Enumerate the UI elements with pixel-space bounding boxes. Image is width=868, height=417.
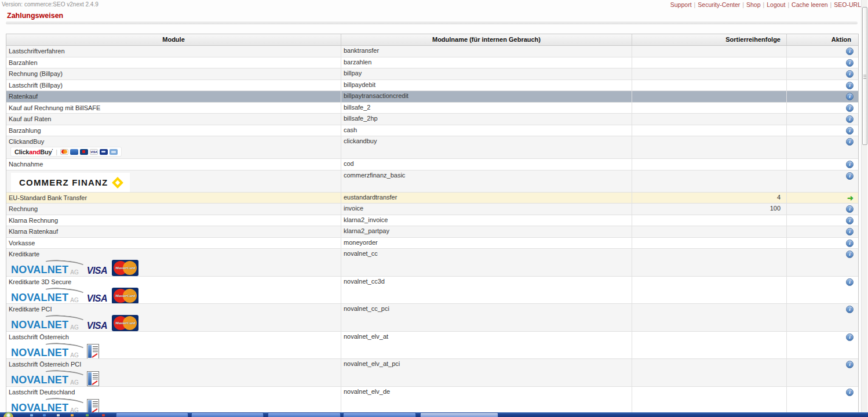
info-icon[interactable]: i — [846, 59, 854, 67]
table-row[interactable]: Lastschrift Österreich NOVALNETAG novaln… — [6, 332, 858, 360]
info-icon[interactable]: i — [846, 205, 854, 213]
novalnet-logo: NOVALNETAG — [11, 264, 82, 276]
info-icon[interactable]: i — [846, 306, 854, 313]
table-row[interactable]: Nachnahme cod i — [6, 159, 858, 171]
internal-name-cell: novalnet_cc3d — [341, 277, 632, 304]
quick-launch-icon[interactable] — [43, 414, 46, 416]
table-row[interactable]: EU-Standard Bank Transfer eustandardtran… — [6, 193, 858, 204]
info-icon[interactable]: i — [846, 48, 854, 55]
quick-launch-icon[interactable] — [71, 414, 74, 416]
info-icon[interactable]: i — [846, 240, 854, 247]
sort-order-cell — [632, 114, 787, 125]
internal-name-cell: klarna2_partpay — [341, 226, 632, 237]
card-chip-maestro-icon — [100, 149, 108, 155]
top-nav-link[interactable]: Security-Center — [698, 1, 740, 8]
payment-methods-table: Module Modulname (für internen Gebrauch)… — [6, 34, 859, 413]
quick-launch-icon[interactable] — [57, 414, 60, 416]
module-label: Ratenkauf — [9, 92, 338, 101]
table-row[interactable]: Rechnung invoice 100 i — [6, 204, 858, 215]
info-icon[interactable]: i — [846, 161, 854, 168]
taskbar-window-button[interactable] — [116, 412, 188, 417]
table-row[interactable]: Kreditkarte 3D Secure NOVALNETAGVISAMast… — [6, 277, 858, 304]
table-row[interactable]: COMMERZ FINANZ commerzfinanz_basic i — [6, 171, 858, 193]
sort-order-cell — [632, 359, 787, 386]
top-nav-link[interactable]: Logout — [767, 1, 785, 8]
mastercard-logo: MasterCard — [112, 260, 138, 276]
module-cell: EU-Standard Bank Transfer — [6, 193, 341, 204]
taskbar-window-button[interactable] — [343, 412, 416, 417]
quick-launch-icon[interactable] — [86, 414, 89, 416]
module-cell: Lastschrift Österreich PCI NOVALNETAG — [6, 359, 341, 386]
module-label: Rechnung — [9, 205, 338, 213]
logo-separator: | — [56, 148, 57, 155]
module-label: Rechnung (Billpay) — [9, 70, 338, 78]
info-icon[interactable]: i — [846, 217, 854, 224]
table-row[interactable]: Barzahlen barzahlen i — [6, 57, 858, 69]
taskbar-window-button[interactable] — [191, 412, 264, 417]
scrollbar-thumb[interactable] — [862, 7, 867, 145]
table-row[interactable]: Barzahlung cash i — [6, 125, 858, 137]
quick-launch-icon[interactable] — [30, 414, 33, 416]
action-cell: i — [787, 68, 858, 79]
info-icon[interactable]: i — [846, 70, 854, 78]
info-icon[interactable]: i — [846, 93, 854, 100]
novalnet-logo-group: NOVALNETAGVISAMasterCard — [11, 314, 138, 331]
table-row[interactable]: Kauf auf Rechnung mit BillSAFE billsafe_… — [6, 103, 858, 114]
clickandbuy-wordmark: ClickandBuy’ — [14, 148, 53, 155]
taskbar-window-button[interactable] — [268, 412, 341, 417]
table-row[interactable]: Ratenkauf billpaytransactioncredit i — [6, 91, 858, 103]
internal-name-cell: billsafe_2hp — [341, 114, 632, 125]
vertical-scrollbar[interactable] — [861, 0, 867, 412]
table-row[interactable]: ClickandBuy ClickandBuy’|VISA clickandbu… — [6, 136, 858, 159]
info-icon[interactable]: i — [846, 389, 854, 396]
sort-order-cell — [632, 171, 787, 192]
table-row[interactable]: Kreditkarte NOVALNETAGVISAMasterCard nov… — [6, 249, 858, 277]
column-header-sort-order: Sortierreihenfolge — [632, 34, 787, 45]
table-row[interactable]: Kreditkarte PCI NOVALNETAGVISAMasterCard… — [6, 304, 858, 332]
sort-order-cell — [632, 387, 787, 414]
table-row[interactable]: Lastschrift Österreich PCI NOVALNETAG no… — [6, 359, 858, 387]
top-nav-link[interactable]: Cache leeren — [792, 1, 827, 8]
top-nav-link[interactable]: Support — [670, 1, 692, 8]
table-row[interactable]: Rechnung (Billpay) billpay i — [6, 68, 858, 80]
sort-order-cell — [632, 226, 787, 237]
top-nav-link[interactable]: Shop — [746, 1, 761, 8]
info-icon[interactable]: i — [846, 82, 854, 89]
info-icon[interactable]: i — [846, 172, 854, 180]
action-cell: i — [787, 277, 858, 304]
app-version-label: Version: commerce:SEO v2next 2.4.9 — [2, 1, 99, 8]
start-button[interactable] — [3, 412, 13, 417]
taskbar-window-button[interactable] — [420, 412, 498, 417]
top-nav-link[interactable]: SEO-URL — [834, 1, 861, 8]
table-row[interactable]: Klarna Rechnung klarna2_invoice i — [6, 215, 858, 227]
column-header-module: Module — [6, 34, 341, 45]
action-cell: i — [787, 136, 858, 158]
info-icon[interactable]: i — [846, 333, 854, 341]
info-icon[interactable]: i — [846, 104, 854, 112]
module-cell: Rechnung — [6, 204, 341, 215]
info-icon[interactable]: i — [846, 361, 854, 368]
quick-launch-icon[interactable] — [102, 414, 105, 416]
novalnet-ag-suffix: AG — [70, 324, 78, 331]
novalnet-logo-group: NOVALNETAG — [11, 369, 99, 386]
table-row[interactable]: Vorkasse moneyorder i — [6, 238, 858, 249]
internal-name-cell: billpay — [341, 68, 632, 79]
info-icon[interactable]: i — [846, 127, 854, 135]
module-label: Klarna Rechnung — [9, 216, 338, 225]
novalnet-logo: NOVALNETAG — [11, 292, 82, 304]
go-arrow-icon[interactable]: ➜ — [847, 194, 854, 202]
info-icon[interactable]: i — [846, 228, 854, 235]
info-icon[interactable]: i — [846, 115, 854, 123]
table-row[interactable]: Lastschrift Deutschland NOVALNETAG noval… — [6, 387, 858, 414]
table-row[interactable]: Kauf auf Raten billsafe_2hp i — [6, 114, 858, 125]
table-row[interactable]: Klarna Ratenkauf klarna2_partpay i — [6, 226, 858, 238]
internal-name-cell: banktransfer — [341, 46, 632, 57]
info-icon[interactable]: i — [846, 138, 854, 146]
table-row[interactable]: Lastschrift (Billpay) billpaydebit i — [6, 80, 858, 92]
info-icon[interactable]: i — [846, 251, 854, 258]
table-row[interactable]: Lastschriftverfahren banktransfer i — [6, 46, 858, 57]
action-cell: i — [787, 125, 858, 136]
card-chip-carte-bleue-icon — [70, 149, 78, 155]
info-icon[interactable]: i — [846, 278, 854, 286]
sort-order-cell — [632, 215, 787, 226]
